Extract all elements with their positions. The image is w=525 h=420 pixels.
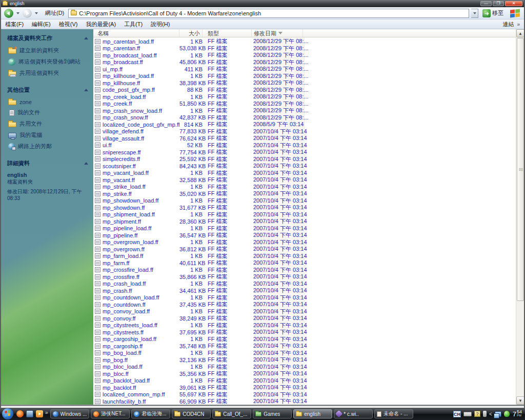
file-row[interactable]: mp_crash_load.ff 1 KB FF 檔案 2007/10/4 下午… — [93, 281, 516, 288]
collapse-arrow-icon[interactable]: < — [489, 411, 492, 417]
file-row[interactable]: scoutsniper.ff 84,243 KB FF 檔案 2007/10/4… — [93, 163, 516, 170]
file-row[interactable]: localized_common_mp.ff 55,697 KB FF 檔案 2… — [93, 391, 516, 398]
file-row[interactable]: mp_carentan.ff 53,038 KB FF 檔案 2008/12/2… — [93, 45, 516, 52]
file-row[interactable]: mp_strike_load.ff 1 KB FF 檔案 2007/10/4 下… — [93, 184, 516, 191]
file-row[interactable]: mp_carentan_load.ff 1 KB FF 檔案 2008/12/2… — [93, 38, 516, 45]
file-row[interactable]: village_defend.ff 77,833 KB FF 檔案 2007/1… — [93, 128, 516, 135]
file-row[interactable]: mp_shipment.ff 28,360 KB FF 檔案 2007/10/4… — [93, 218, 516, 225]
minimize-button[interactable]: — — [480, 1, 492, 6]
quick-launch-overflow-icon[interactable]: » — [45, 410, 48, 415]
taskbar-button[interactable]: 君临沧海... — [131, 409, 170, 418]
close-button[interactable]: ✕ — [505, 1, 522, 6]
file-row[interactable]: mp_shipment_load.ff 1 KB FF 檔案 2007/10/4… — [93, 211, 516, 218]
taskbar-clock[interactable]: 7 54 PM — [513, 410, 522, 418]
column-header-size[interactable]: 大小 — [179, 29, 203, 37]
sidebar-section-header[interactable]: 檔案及資料夾工作 — [7, 34, 88, 42]
messenger-icon[interactable] — [504, 411, 510, 417]
file-row[interactable]: mp_vacant.ff 32,588 KB FF 檔案 2007/10/4 下… — [93, 176, 516, 184]
file-row[interactable]: sniperescape.ff 77,754 KB FF 檔案 2007/10/… — [93, 149, 516, 156]
sidebar-item[interactable]: 建立新的資料夾 — [8, 47, 88, 54]
links-toolbar[interactable]: 連結 » — [502, 21, 520, 28]
collapse-arrow-icon[interactable] — [84, 37, 88, 39]
file-row[interactable]: mp_cargoship_load.ff 1 KB FF 檔案 2007/10/… — [93, 336, 516, 343]
file-row[interactable]: mp_pipeline.ff 36,547 KB FF 檔案 2007/10/4… — [93, 232, 516, 239]
file-row[interactable]: mp_showdown.ff 31,677 KB FF 檔案 2007/10/4… — [93, 204, 516, 211]
file-row[interactable]: localized_code_post_gfx_mp.ff 814 KB FF … — [93, 121, 516, 128]
sidebar-section-header[interactable]: 詳細資料 — [7, 159, 88, 167]
file-row[interactable]: mp_backlot_load.ff 1 KB FF 檔案 2007/10/4 … — [93, 377, 516, 385]
forward-dropdown-icon[interactable] — [35, 12, 38, 14]
address-input[interactable]: C:\Program Files\Activision\Call of Duty… — [68, 9, 469, 18]
file-row[interactable]: mp_bloc_load.ff 1 KB FF 檔案 2007/10/4 下午 … — [93, 364, 516, 371]
file-row[interactable]: mp_farm_load.ff 1 KB FF 檔案 2007/10/4 下午 … — [93, 253, 516, 260]
menu-item-1[interactable]: 編輯(E) — [32, 21, 51, 27]
sidebar-item[interactable]: 我的文件 — [8, 109, 88, 116]
taskbar-button[interactable]: 游侠NET... — [91, 409, 130, 418]
file-row[interactable]: mp_convoy.ff 38,249 KB FF 檔案 2007/10/4 下… — [93, 315, 516, 322]
file-row[interactable]: mp_overgrown_load.ff 1 KB FF 檔案 2007/10/… — [93, 239, 516, 246]
file-row[interactable]: mp_showdown_load.ff 1 KB FF 檔案 2007/10/4… — [93, 197, 516, 205]
scroll-thumb[interactable] — [517, 38, 524, 301]
column-header-name[interactable]: 名稱 — [93, 29, 179, 37]
lang-indicator-icon[interactable]: CH — [453, 411, 461, 417]
sidebar-item[interactable]: 我的電腦 — [8, 131, 88, 139]
file-row[interactable]: mp_killhouse_load.ff 1 KB FF 檔案 2008/12/… — [93, 73, 516, 80]
address-dropdown-button[interactable] — [471, 9, 478, 18]
menu-item-0[interactable]: 檔案(F) — [5, 21, 24, 27]
file-row[interactable]: mp_citystreets_load.ff 1 KB FF 檔案 2007/1… — [93, 322, 516, 329]
taskbar-button[interactable]: COD4CN — [172, 409, 211, 418]
file-row[interactable]: ui.ff 52 KB FF 檔案 2007/10/4 下午 03:14 — [93, 142, 516, 149]
file-row[interactable]: mp_bloc.ff 35,356 KB FF 檔案 2007/10/4 下午 … — [93, 370, 516, 377]
file-row[interactable]: mp_countdown_load.ff 1 KB FF 檔案 2007/10/… — [93, 294, 516, 302]
sidebar-item[interactable]: zone — [8, 98, 88, 105]
help-icon[interactable]: ? — [474, 411, 480, 417]
file-row[interactable]: mp_farm.ff 40,611 KB FF 檔案 2007/10/4 下午 … — [93, 259, 516, 267]
file-row[interactable]: mp_strike.ff 35,020 KB FF 檔案 2007/10/4 下… — [93, 190, 516, 197]
taskbar-button[interactable]: 未命名 - ... — [374, 409, 413, 418]
column-header-type[interactable]: 類型 — [203, 29, 252, 37]
back-button[interactable] — [4, 9, 13, 18]
file-row[interactable]: village_assault.ff 76,624 KB FF 檔案 2007/… — [93, 135, 516, 142]
sidebar-item[interactable]: 將這個資料夾發佈到網站 — [8, 58, 88, 66]
collapse-arrow-icon[interactable] — [84, 89, 88, 91]
file-row[interactable]: mp_bog.ff 32,136 KB FF 檔案 2007/10/4 下午 0… — [93, 356, 516, 364]
file-row[interactable]: mp_creek_load.ff 1 KB FF 檔案 2008/12/29 下… — [93, 93, 516, 101]
file-row[interactable]: mp_countdown.ff 37,435 KB FF 檔案 2007/10/… — [93, 301, 516, 308]
forward-button[interactable] — [23, 9, 32, 18]
file-row[interactable]: mp_overgrown.ff 36,812 KB FF 檔案 2007/10/… — [93, 246, 516, 253]
sidebar-item[interactable]: 網路上的芳鄰 — [8, 143, 88, 150]
menu-item-2[interactable]: 檢視(V) — [59, 21, 78, 27]
keyboard-icon[interactable] — [463, 412, 472, 416]
file-row[interactable]: ui_mp.ff 411 KB FF 檔案 2008/12/29 下午 08:.… — [93, 66, 516, 73]
scroll-up-button[interactable]: ▲ — [516, 29, 524, 37]
sidebar-section-header[interactable]: 其他位置 — [7, 86, 88, 94]
file-row[interactable]: mp_convoy_load.ff 1 KB FF 檔案 2007/10/4 下… — [93, 308, 516, 315]
taskbar-button[interactable]: Games — [253, 409, 292, 418]
file-row[interactable]: mp_crash_snow.ff 42,837 KB FF 檔案 2008/12… — [93, 114, 516, 122]
taskbar-button[interactable]: Windows ... — [50, 409, 90, 418]
vertical-scrollbar[interactable]: ▲ ▼ — [516, 29, 524, 405]
file-row[interactable]: mp_backlot.ff 39,061 KB FF 檔案 2007/10/4 … — [93, 384, 516, 391]
file-row[interactable]: mp_crash_snow_load.ff 1 KB FF 檔案 2008/12… — [93, 107, 516, 114]
taskbar-button[interactable]: english — [293, 409, 332, 418]
taskbar-button[interactable]: Call_Of_... — [212, 409, 251, 418]
chevron-right-icon[interactable]: » — [517, 22, 520, 27]
file-row[interactable]: mp_crossfire_load.ff 1 KB FF 檔案 2007/10/… — [93, 267, 516, 274]
file-row[interactable]: mp_crossfire.ff 35,866 KB FF 檔案 2007/10/… — [93, 273, 516, 281]
file-row[interactable]: mp_broadcast.ff 45,806 KB FF 檔案 2008/12/… — [93, 59, 516, 66]
network-tray-icon[interactable] — [495, 411, 501, 417]
file-row[interactable]: mp_pipeline_load.ff 1 KB FF 檔案 2007/10/4… — [93, 225, 516, 232]
file-row[interactable]: mp_citystreets.ff 37,695 KB FF 檔案 2007/1… — [93, 329, 516, 336]
menu-item-4[interactable]: 工具(T) — [124, 21, 143, 27]
eject-icon[interactable] — [483, 411, 487, 417]
file-row[interactable]: mp_killhouse.ff 38,398 KB FF 檔案 2008/12/… — [93, 79, 516, 87]
menu-item-5[interactable]: 說明(H) — [151, 21, 170, 27]
file-row[interactable]: simplecredits.ff 25,592 KB FF 檔案 2007/10… — [93, 156, 516, 163]
sidebar-item[interactable]: 共用這個資料夾 — [8, 69, 88, 77]
collapse-arrow-icon[interactable] — [84, 162, 88, 165]
column-header-date[interactable]: 修改日期 — [252, 29, 303, 37]
sidebar-item[interactable]: 共用文件 — [8, 120, 88, 128]
menu-item-3[interactable]: 我的最愛(A) — [86, 21, 116, 27]
maximize-button[interactable]: ❐ — [493, 1, 504, 6]
file-row[interactable]: mp_crash.ff 34,461 KB FF 檔案 2007/10/4 下午… — [93, 287, 516, 294]
